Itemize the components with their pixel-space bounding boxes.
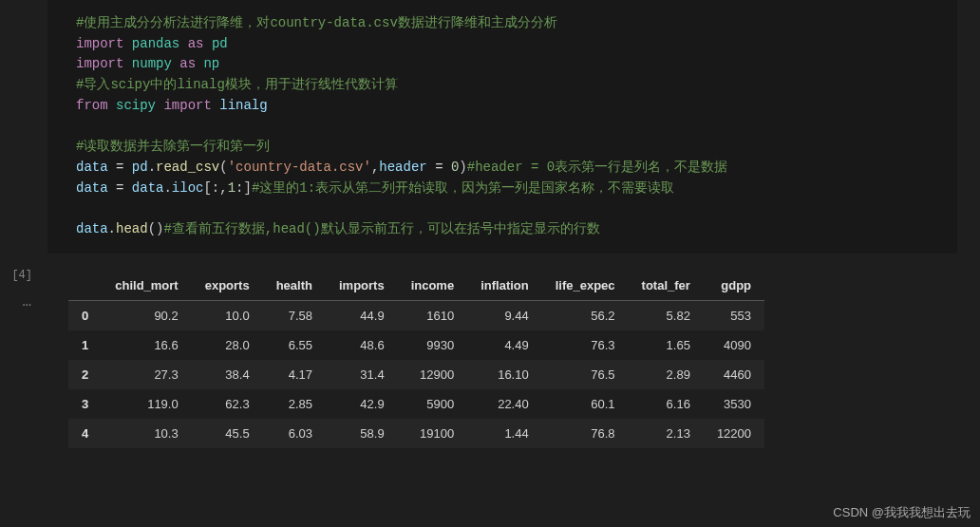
code-comment: #header = 0表示第一行是列名，不是数据 xyxy=(467,160,727,175)
paren-close: ) xyxy=(459,160,466,175)
table-row: 3119.062.32.8542.9590022.4060.16.163530 xyxy=(68,389,764,419)
fn-head: head xyxy=(116,221,148,236)
keyword-import: import xyxy=(163,98,211,113)
table-cell: 2.85 xyxy=(263,389,326,419)
code-comment: #这里的1:表示从第二列开始读取，因为第一列是国家名称，不需要读取 xyxy=(252,180,674,196)
table-cell: 62.3 xyxy=(192,389,263,419)
parens: () xyxy=(148,221,164,236)
row-index: 3 xyxy=(68,389,102,419)
table-row: 090.210.07.5844.916109.4456.25.82553 xyxy=(68,300,764,330)
table-cell: 12900 xyxy=(398,360,468,389)
var-data: data xyxy=(76,221,108,236)
table-cell: 10.0 xyxy=(192,300,263,330)
column-header: total_fer xyxy=(629,271,704,301)
op-assign: = xyxy=(427,160,451,175)
table-cell: 60.1 xyxy=(542,389,629,419)
table-cell: 42.9 xyxy=(326,389,398,419)
table-cell: 16.10 xyxy=(467,360,542,389)
ellipsis-icon[interactable]: … xyxy=(14,282,32,311)
module-numpy: numpy xyxy=(132,56,172,71)
table-cell: 9.44 xyxy=(467,300,542,330)
table-cell: 9930 xyxy=(398,330,468,360)
row-index: 1 xyxy=(68,330,102,360)
slice-close: :] xyxy=(236,180,252,196)
dot: . xyxy=(148,160,156,175)
output-cell: [4] … child_mort exports health imports … xyxy=(0,261,980,448)
paren-open: ( xyxy=(219,160,227,175)
row-index: 2 xyxy=(68,360,102,389)
table-cell: 4.17 xyxy=(263,360,326,389)
table-row: 410.345.56.0358.9191001.4476.82.1312200 xyxy=(68,419,764,448)
keyword-as: as xyxy=(179,56,196,71)
keyword-as: as xyxy=(188,36,204,51)
column-header: income xyxy=(398,271,468,301)
table-cell: 22.40 xyxy=(467,389,542,419)
table-cell: 1.65 xyxy=(629,330,704,360)
table-row: 116.628.06.5548.699304.4976.31.654090 xyxy=(68,330,764,360)
watermark-text: CSDN @我我我想出去玩 xyxy=(833,504,971,521)
column-header: gdpp xyxy=(704,271,764,301)
table-cell: 10.3 xyxy=(102,419,191,448)
table-cell: 48.6 xyxy=(326,330,398,360)
module-scipy: scipy xyxy=(116,98,156,113)
column-header: health xyxy=(263,271,326,301)
table-body: 090.210.07.5844.916109.4456.25.82553116.… xyxy=(68,300,764,448)
table-cell: 4460 xyxy=(704,360,764,389)
keyword-import: import xyxy=(76,56,123,71)
table-header-row: child_mort exports health imports income… xyxy=(68,271,764,301)
table-cell: 58.9 xyxy=(326,419,398,448)
table-cell: 5900 xyxy=(398,389,468,419)
table-cell: 119.0 xyxy=(102,389,191,419)
op-assign: = xyxy=(116,180,123,196)
keyword-import: import xyxy=(76,36,123,51)
string-literal: 'country-data.csv' xyxy=(228,160,371,175)
keyword-from: from xyxy=(76,98,108,113)
obj-pd: pd xyxy=(132,160,148,175)
row-index: 0 xyxy=(68,300,102,330)
table-cell: 6.03 xyxy=(263,419,326,448)
fn-read-csv: read_csv xyxy=(156,160,219,175)
table-cell: 6.55 xyxy=(263,330,326,360)
code-comment: #导入scipy中的linalg模块，用于进行线性代数计算 xyxy=(76,77,398,92)
slice-open: [:, xyxy=(203,180,227,196)
dot: . xyxy=(163,180,171,196)
table-cell: 2.13 xyxy=(629,419,704,448)
column-header xyxy=(68,271,102,301)
table-cell: 44.9 xyxy=(326,300,398,330)
table-cell: 31.4 xyxy=(326,360,398,389)
code-editor[interactable]: #使用主成分分析法进行降维，对country-data.csv数据进行降维和主成… xyxy=(47,0,957,254)
column-header: exports xyxy=(192,271,263,301)
table-cell: 3530 xyxy=(704,389,764,419)
table-cell: 12200 xyxy=(704,419,764,448)
code-comment: #读取数据并去除第一行和第一列 xyxy=(76,139,270,154)
row-index: 4 xyxy=(68,419,102,448)
var-data: data xyxy=(76,160,108,175)
alias-np: np xyxy=(203,56,219,71)
table-cell: 38.4 xyxy=(192,360,263,389)
table-row: 227.338.44.1731.41290016.1076.52.894460 xyxy=(68,360,764,389)
table-cell: 90.2 xyxy=(102,300,191,330)
table-cell: 28.0 xyxy=(192,330,263,360)
identifier-linalg: linalg xyxy=(219,98,267,113)
code-comment: #查看前五行数据,head()默认显示前五行，可以在括号中指定显示的行数 xyxy=(163,221,599,236)
table-cell: 4.49 xyxy=(467,330,542,360)
arg-header: header xyxy=(379,160,426,175)
var-data: data xyxy=(132,180,164,196)
execution-count-label: [4] xyxy=(11,269,32,282)
column-header: inflation xyxy=(467,271,542,301)
column-header: child_mort xyxy=(102,271,191,301)
table-cell: 16.6 xyxy=(102,330,191,360)
table-cell: 56.2 xyxy=(542,300,629,330)
table-cell: 27.3 xyxy=(102,360,191,389)
table-cell: 1610 xyxy=(398,300,468,330)
table-cell: 1.44 xyxy=(467,419,542,448)
dot: . xyxy=(108,221,116,236)
table-cell: 19100 xyxy=(398,419,468,448)
var-data: data xyxy=(76,180,108,196)
table-cell: 76.5 xyxy=(542,360,629,389)
alias-pd: pd xyxy=(212,36,228,51)
table-cell: 4090 xyxy=(704,330,764,360)
table-cell: 7.58 xyxy=(263,300,326,330)
notebook-cell: #使用主成分分析法进行降维，对country-data.csv数据进行降维和主成… xyxy=(0,0,980,261)
output-dataframe: child_mort exports health imports income… xyxy=(68,271,764,448)
